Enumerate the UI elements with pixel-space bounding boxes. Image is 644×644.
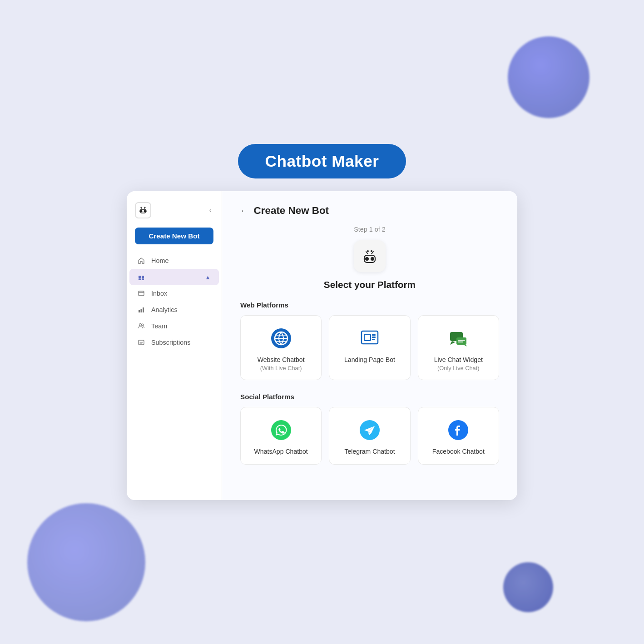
website-chatbot-icon: [269, 327, 293, 350]
landing-page-bot-icon: [358, 327, 381, 350]
platform-card-facebook[interactable]: Facebook Chatbot: [418, 407, 499, 465]
svg-rect-37: [456, 337, 466, 345]
live-chat-widget-label: Live Chat Widget (Only Live Chat): [434, 356, 483, 372]
analytics-icon: [138, 306, 147, 313]
svg-point-0: [140, 210, 143, 213]
svg-point-6: [144, 207, 145, 208]
subscriptions-icon: [138, 339, 147, 346]
platform-card-whatsapp[interactable]: WhatsApp Chatbot: [240, 407, 322, 465]
platform-card-telegram[interactable]: Telegram Chatbot: [329, 407, 410, 465]
social-platforms-label: Social Platforms: [240, 393, 499, 401]
bots-icon: [138, 273, 147, 281]
svg-rect-10: [142, 278, 144, 280]
live-chat-widget-icon: [446, 327, 470, 350]
svg-point-41: [271, 420, 291, 440]
svg-rect-11: [139, 291, 144, 296]
step-indicator: Step 1 of 2: [240, 226, 499, 233]
svg-rect-13: [141, 309, 142, 312]
sidebar-collapse-button[interactable]: ‹: [208, 205, 213, 215]
sidebar-item-analytics-label: Analytics: [151, 306, 178, 313]
svg-point-16: [142, 324, 144, 326]
sidebar-logo-row: ‹: [127, 202, 222, 228]
svg-rect-33: [372, 337, 376, 338]
inbox-icon: [138, 290, 147, 297]
svg-rect-14: [143, 307, 144, 312]
bg-decoration-bottom-right: [503, 562, 553, 612]
back-button[interactable]: ←: [240, 206, 248, 216]
platform-card-website[interactable]: Website Chatbot (With Live Chat): [240, 315, 322, 380]
sidebar-item-home[interactable]: Home: [129, 253, 219, 269]
social-platforms-grid: WhatsApp Chatbot Telegram Chatbot: [240, 407, 499, 465]
bot-icon-wrapper: [240, 240, 499, 272]
create-new-bot-button[interactable]: Create New Bot: [135, 228, 213, 244]
svg-marker-38: [464, 345, 466, 347]
team-icon: [138, 322, 147, 330]
svg-rect-31: [364, 334, 371, 341]
website-chatbot-label: Website Chatbot (With Live Chat): [258, 356, 305, 372]
svg-rect-32: [372, 334, 376, 336]
bots-expand-icon: ▲: [205, 274, 211, 281]
sidebar: ‹ Create New Bot Home: [127, 191, 222, 500]
web-platforms-grid: Website Chatbot (With Live Chat): [240, 315, 499, 380]
svg-rect-7: [139, 276, 141, 278]
facebook-chatbot-label: Facebook Chatbot: [432, 447, 485, 456]
outer-wrapper: Chatbot Maker ‹: [118, 144, 526, 500]
sidebar-item-subscriptions-label: Subscriptions: [151, 339, 190, 346]
app-title: Chatbot Maker: [265, 152, 379, 170]
svg-point-24: [371, 250, 372, 252]
sidebar-item-home-label: Home: [151, 257, 168, 264]
back-arrow-icon: ←: [240, 206, 248, 216]
bg-decoration-bottom-left: [27, 503, 145, 621]
svg-rect-34: [372, 339, 375, 340]
whatsapp-icon: [269, 418, 293, 442]
svg-rect-12: [139, 310, 140, 312]
select-platform-title: Select your Platform: [240, 279, 499, 290]
page-title: Create New Bot: [254, 205, 329, 217]
sidebar-item-team-label: Team: [151, 322, 167, 330]
svg-point-5: [141, 207, 142, 208]
landing-page-bot-label: Landing Page Bot: [344, 356, 395, 365]
platform-card-livechat[interactable]: Live Chat Widget (Only Live Chat): [418, 315, 499, 380]
facebook-icon: [446, 418, 470, 442]
sidebar-item-inbox-label: Inbox: [151, 290, 167, 297]
sidebar-item-analytics[interactable]: Analytics: [129, 302, 219, 318]
platform-card-landing[interactable]: Landing Page Bot: [329, 315, 410, 380]
svg-rect-9: [139, 278, 141, 280]
web-platforms-label: Web Platforms: [240, 301, 499, 309]
sidebar-item-team[interactable]: Team: [129, 318, 219, 334]
page-header: ← Create New Bot: [240, 205, 499, 217]
app-window: ‹ Create New Bot Home: [127, 191, 517, 500]
svg-point-1: [144, 210, 146, 213]
bot-icon: [354, 240, 386, 272]
sidebar-item-inbox[interactable]: Inbox: [129, 285, 219, 302]
svg-point-23: [367, 250, 369, 252]
svg-point-15: [139, 324, 142, 326]
svg-rect-8: [142, 276, 144, 278]
telegram-chatbot-label: Telegram Chatbot: [344, 447, 395, 456]
sidebar-item-subscriptions[interactable]: Subscriptions: [129, 334, 219, 351]
bg-decoration-top-right: [508, 36, 590, 118]
telegram-icon: [358, 418, 381, 442]
svg-marker-36: [450, 341, 456, 345]
home-icon: [138, 257, 147, 264]
app-title-badge: Chatbot Maker: [238, 144, 406, 178]
svg-point-19: [371, 257, 374, 261]
whatsapp-chatbot-label: WhatsApp Chatbot: [254, 447, 308, 456]
sidebar-item-bots[interactable]: ▲: [129, 269, 219, 285]
svg-point-18: [365, 257, 369, 261]
main-content: ← Create New Bot Step 1 of 2: [222, 191, 517, 500]
sidebar-logo: [135, 202, 151, 218]
